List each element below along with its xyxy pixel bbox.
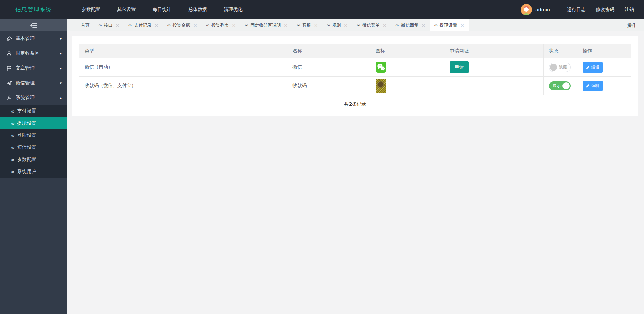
link-icon: ∞ [98,23,102,28]
toggle-knob [550,64,557,71]
record-count: 共2条记录 [79,95,631,107]
tab-api[interactable]: ∞ 接口 × [94,19,124,31]
withdraw-settings-card: 类型 名称 图标 申请网址 状态 操作 微信（自动） 微信 [72,36,638,116]
sidebar-item-article-manage[interactable]: 文章管理 ▾ [0,61,67,76]
sidebar-item-fixed-income[interactable]: 固定收益区 ▾ [0,46,67,61]
column-header-name: 名称 [287,44,370,58]
sidebar-sub-payment-settings[interactable]: ∞ 支付设置 [0,105,67,117]
app-window: 信息管理系统 参数配置 其它设置 每日统计 总体数据 清理优化 admin 运行… [0,0,644,314]
sidebar-item-label: 文章管理 [16,65,35,71]
record-count-number: 2 [349,101,352,107]
tab-customer-service[interactable]: ∞ 客服 × [292,19,322,31]
sidebar-sub-withdraw-settings[interactable]: ∞ 提现设置 [0,117,67,129]
close-icon[interactable]: × [344,23,348,28]
record-count-suffix: 条记录 [352,101,366,107]
cell-type: 收款码（微信、支付宝） [79,77,287,95]
run-log-link[interactable]: 运行日志 [567,7,586,13]
sidebar-sub-system-users[interactable]: ∞ 系统用户 [0,166,67,178]
link-icon: ∞ [11,109,15,114]
user-avatar[interactable] [521,4,532,15]
sidebar-collapse-button[interactable] [0,19,67,31]
tab-label: 提现设置 [440,22,457,28]
tab-label: 规则 [332,22,341,28]
tab-wechat-reply[interactable]: ∞ 微信回复 × [391,19,430,31]
sidebar: 基本管理 ▾ 固定收益区 ▾ 文章管理 ▾ [0,19,67,314]
withdraw-types-table: 类型 名称 图标 申请网址 状态 操作 微信（自动） 微信 [79,44,631,95]
top-menu: 参数配置 其它设置 每日统计 总体数据 清理优化 [73,0,251,19]
chevron-down-icon: ▾ [60,51,62,56]
close-icon[interactable]: × [460,23,464,28]
status-toggle-on[interactable]: 显示 [549,81,571,90]
column-header-apply-url: 申请网址 [444,44,544,58]
status-toggle-off[interactable]: 隐藏 [549,63,571,72]
tab-withdraw-settings[interactable]: ∞ 提现设置 × [430,19,469,31]
close-icon[interactable]: × [116,23,120,28]
pencil-icon [586,65,590,69]
username[interactable]: admin [535,7,550,12]
tab-payment-records[interactable]: ∞ 支付记录 × [124,19,163,31]
tab-home[interactable]: 首页 [76,19,94,31]
close-icon[interactable]: × [154,23,158,28]
apply-button[interactable]: 申请 [450,61,469,73]
cell-actions: 编辑 [577,58,631,77]
tab-label: 支付记录 [134,22,151,28]
close-icon[interactable]: × [232,23,236,28]
nav-overall-data[interactable]: 总体数据 [180,0,215,19]
submenu-item-label: 支付设置 [17,108,36,114]
tab-invest-list[interactable]: ∞ 投资列表 × [202,19,240,31]
avatar-face [524,7,529,12]
nav-other-settings[interactable]: 其它设置 [109,0,144,19]
tab-fixed-income-desc[interactable]: ∞ 固定收益区说明 × [240,19,292,31]
tab-label: 接口 [104,22,113,28]
edit-button[interactable]: 编辑 [583,81,603,91]
link-icon: ∞ [11,157,15,162]
cell-icon [370,77,444,95]
table-header-row: 类型 名称 图标 申请网址 状态 操作 [79,44,631,58]
link-icon: ∞ [434,23,438,28]
submenu-item-label: 系统用户 [17,169,36,175]
users-icon [7,51,12,56]
toggle-knob [562,82,570,89]
close-icon[interactable]: × [314,23,318,28]
sidebar-item-system-manage[interactable]: 系统管理 ▴ [0,90,67,105]
tab-label: 首页 [81,22,90,28]
link-icon: ∞ [11,145,15,150]
home-icon [7,36,12,41]
column-header-icon: 图标 [370,44,444,58]
app-logo[interactable]: 信息管理系统 [0,6,67,13]
close-icon[interactable]: × [383,23,387,28]
chevron-down-icon: ▾ [60,66,62,71]
close-icon[interactable]: × [421,23,425,28]
tab-label: 投资列表 [212,22,229,28]
tab-wechat-menu[interactable]: ∞ 微信菜单 × [352,19,391,31]
tab-operations-menu[interactable]: 操作 [627,19,637,31]
submenu-item-label: 提现设置 [17,120,36,126]
nav-cleanup-optimize[interactable]: 清理优化 [215,0,251,19]
logout-link[interactable]: 注销 [625,7,634,13]
sidebar-item-wechat-manage[interactable]: 微信管理 ▾ [0,76,67,90]
tab-label: 微信回复 [401,22,418,28]
sidebar-item-label: 固定收益区 [16,50,39,56]
cell-name: 收款码 [287,77,370,95]
sidebar-sub-login-settings[interactable]: ∞ 登陆设置 [0,129,67,141]
tab-label: 客服 [302,22,311,28]
tab-rules[interactable]: ∞ 规则 × [322,19,352,31]
chevron-down-icon: ▾ [60,81,62,85]
nav-daily-stats[interactable]: 每日统计 [144,0,180,19]
edit-button-label: 编辑 [591,64,599,70]
link-icon: ∞ [326,23,330,28]
cell-actions: 编辑 [577,77,631,95]
close-icon[interactable]: × [193,23,197,28]
sidebar-sub-params-settings[interactable]: ∞ 参数配置 [0,153,67,166]
tab-label: 投资金额 [173,22,190,28]
link-icon: ∞ [395,23,399,28]
tab-invest-amount[interactable]: ∞ 投资金额 × [163,19,202,31]
change-password-link[interactable]: 修改密码 [596,7,614,13]
close-icon[interactable]: × [284,23,288,28]
link-icon: ∞ [357,23,360,28]
sidebar-sub-sms-settings[interactable]: ∞ 短信设置 [0,141,67,153]
sidebar-item-basic-manage[interactable]: 基本管理 ▾ [0,31,67,46]
nav-params-config[interactable]: 参数配置 [73,0,109,19]
cell-type: 微信（自动） [79,58,287,77]
edit-button[interactable]: 编辑 [583,62,603,73]
